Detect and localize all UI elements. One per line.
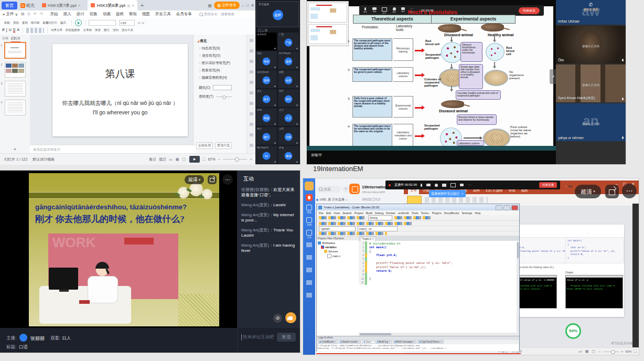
log-tab[interactable]: CodeBlocks	[318, 340, 338, 344]
project-tree-item[interactable]: Sources	[324, 250, 340, 253]
search-box[interactable]: 查找命令、搜索模板	[199, 12, 235, 17]
user-avatar[interactable]	[305, 182, 314, 190]
notes-toggle[interactable]: 备注	[149, 157, 156, 162]
student-tile[interactable]: 广思 广思	[278, 33, 299, 50]
fill-section-header[interactable]: 填充	[197, 39, 207, 44]
fit-window-icon[interactable]	[202, 157, 206, 162]
slide-thumbnail[interactable]: 2	[5, 62, 26, 78]
vertical-scrollbar[interactable]	[517, 241, 519, 335]
fill-option-radio[interactable]: 图案填充(A)	[199, 68, 230, 73]
add-slide-button[interactable]: +	[0, 146, 30, 152]
more-options-icon[interactable]	[622, 184, 637, 198]
menu-item[interactable]: View	[334, 211, 340, 215]
student-tile[interactable]: 英俊 英俊	[256, 51, 277, 69]
participant-tile[interactable]: an 摄像头已关闭 yahya ur rahman	[556, 103, 626, 141]
format-button[interactable]: A	[17, 28, 19, 33]
toolbar-button[interactable]: 复制	[22, 21, 28, 25]
participant-tile[interactable]: 摄像头已关闭 Ôlin	[556, 26, 626, 63]
log-tab[interactable]: Build log	[375, 340, 392, 344]
minimize-button[interactable]	[496, 205, 502, 210]
view-mode-icons[interactable]: ▭ ▦ ▢	[169, 157, 187, 162]
menu-item[interactable]: Tools	[412, 211, 418, 215]
log-tab[interactable]: Search results	[339, 340, 361, 344]
current-slide[interactable]: 第八课 你去哪儿我就去哪儿（nǐ qù nǎr wǒ jiù qù nǎr ） …	[52, 44, 188, 136]
notes-placeholder[interactable]: 单击此处添加备注	[30, 145, 196, 154]
toolbar-button[interactable]: 形状	[95, 28, 101, 32]
secondary-toolbar[interactable]	[317, 221, 519, 226]
menu-item[interactable]: 放映	[114, 11, 126, 17]
menu-item[interactable]: 动画	[101, 11, 113, 17]
format-button[interactable]: U	[9, 28, 12, 33]
search-input[interactable]: 搜索	[316, 186, 341, 193]
close-tooltip-icon[interactable]	[461, 192, 464, 195]
student-tile[interactable]: Cio Pascal 老师	[278, 51, 299, 69]
end-live-button[interactable]: 结束直播	[539, 182, 557, 188]
close-button[interactable]	[251, 3, 254, 8]
symbols-toolbar[interactable]	[317, 231, 519, 236]
project-tree-item[interactable]: Workspace	[318, 241, 340, 245]
slideshow-play-button[interactable]	[189, 156, 200, 163]
slide-thumbnail[interactable]: 4	[5, 100, 26, 115]
docer-tab[interactable]: 稻壳	[20, 3, 35, 8]
font-name-combo[interactable]	[89, 20, 116, 26]
management-tab[interactable]: FSymbols	[334, 237, 344, 240]
scope-combo[interactable]: <global>	[319, 226, 356, 231]
zoom-in-button[interactable]: +	[621, 349, 624, 354]
sidebar-more-icons[interactable]	[306, 242, 312, 305]
participant-tile[interactable]: 摄像头已关闭 Syed Ahsan Habib(周星)	[556, 65, 626, 102]
management-tab[interactable]: Projects	[318, 237, 326, 240]
document-tab-2-active[interactable]: HSK3第8课.ppt	[88, 0, 137, 10]
toolbar-icons[interactable]	[319, 232, 387, 235]
pin-icon[interactable]	[127, 3, 130, 8]
share-icon[interactable]	[605, 185, 619, 198]
menu-item[interactable]: Plugins	[432, 211, 442, 215]
maximize-button[interactable]	[503, 205, 510, 210]
logs-panel-title[interactable]: Logs & others	[317, 336, 519, 340]
close-tab-icon[interactable]	[413, 341, 415, 343]
fill-option-radio[interactable]: 纯色填充(S)	[199, 46, 230, 51]
project-tree-item[interactable]: variables	[321, 246, 340, 249]
thumbs-up-icon[interactable]	[285, 312, 296, 323]
new-tab-button[interactable]: +	[141, 2, 144, 8]
add-button[interactable]	[342, 186, 349, 193]
link-icon[interactable]	[273, 314, 282, 323]
meeting-toolbar-button[interactable]: 共享	[382, 7, 387, 14]
zoom-slider[interactable]	[603, 352, 619, 352]
menu-item[interactable]: Settings	[461, 211, 472, 215]
maximize-button[interactable]	[246, 3, 249, 8]
toolbar-button[interactable]: 格式刷	[31, 21, 40, 25]
toolbar-button[interactable]: 演示工具	[122, 28, 133, 32]
zoom-slider[interactable]	[223, 159, 247, 160]
dingtalk-logo-icon[interactable]	[306, 194, 313, 201]
close-tab-icon[interactable]	[132, 3, 134, 8]
zoom-in-button[interactable]: +	[250, 157, 252, 162]
zoom-level[interactable]: 67%	[208, 157, 216, 161]
close-tab-icon[interactable]	[389, 341, 390, 343]
fill-option-radio[interactable]: 隐藏背景图形(H)	[199, 76, 230, 80]
code-editor[interactable]: *main.c 1 # include<stdio.h> 2 int	[359, 236, 519, 336]
student-tile[interactable]: 姆兰 姆兰	[256, 127, 277, 145]
student-tile[interactable]: 明宇 明宇	[278, 89, 299, 107]
login-button[interactable]: 立即登录	[214, 2, 240, 9]
menu-item[interactable]: Edit	[326, 211, 331, 215]
toolbar-button[interactable]: 新建幻灯片	[43, 21, 58, 25]
close-button[interactable]	[511, 205, 518, 210]
close-tab-icon[interactable]	[441, 341, 443, 343]
format-button[interactable]: B	[2, 28, 5, 33]
zoom-out-button[interactable]: −	[218, 157, 221, 162]
menu-item[interactable]: 设计	[74, 11, 87, 17]
minimize-button[interactable]	[242, 3, 244, 8]
close-tab-icon[interactable]	[358, 341, 359, 343]
hd-quality-button[interactable]: 超清	[575, 185, 601, 198]
log-tab[interactable]: Build messages	[393, 340, 416, 344]
function-combo[interactable]: main() : int	[358, 226, 398, 231]
template-name[interactable]: 默认设计模板	[33, 157, 55, 162]
log-tab[interactable]: Cccc	[362, 340, 374, 344]
student-tile[interactable]: 大卫 大卫	[278, 108, 299, 126]
fill-option-radio[interactable]: 渐变填充(G)	[199, 54, 230, 58]
view-mode-icons[interactable]: ▭ ▦ ▢	[578, 349, 596, 354]
font-size-combo[interactable]: 0.85	[119, 20, 135, 26]
student-tile[interactable]: 孙芳雯老师 老师	[256, 70, 277, 88]
chat-tab[interactable]: 19级..届 正在直播	[316, 197, 347, 202]
log-tab[interactable]: CppCheck/Vera++	[417, 340, 444, 344]
